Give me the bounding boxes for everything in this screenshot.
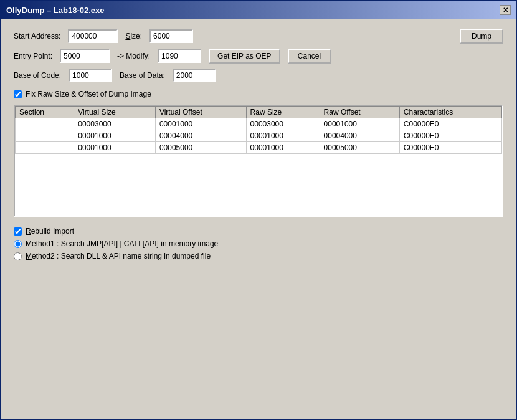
modify-arrow: -> Modify: xyxy=(117,52,150,60)
fix-raw-checkbox[interactable] xyxy=(14,90,22,98)
col-virtual-size: Virtual Size xyxy=(74,107,156,118)
size-input[interactable] xyxy=(149,29,193,43)
table-row: 00001000000040000000100000004000C00000E0 xyxy=(16,130,502,142)
base-data-label: Base of Data: xyxy=(120,71,165,80)
row-base-code: Base of Code: Base of Data: xyxy=(14,69,503,82)
get-eip-button[interactable]: Get EIP as OEP xyxy=(209,49,280,64)
close-button[interactable]: ✕ xyxy=(500,5,511,15)
method1-radio[interactable] xyxy=(14,240,22,248)
col-section: Section xyxy=(16,107,74,118)
start-address-label: Start Address: xyxy=(14,32,60,41)
base-code-input[interactable] xyxy=(69,69,112,82)
dump-button[interactable]: Dump xyxy=(460,29,503,44)
method2-row: Method2 : Search DLL & API name string i… xyxy=(14,252,503,260)
main-content: Start Address: Size: Dump Entry Point: -… xyxy=(1,19,516,419)
method1-label[interactable]: Method1 : Search JMP[API] | CALL[API] in… xyxy=(26,239,218,248)
size-label: Size: xyxy=(125,32,142,41)
fix-raw-label[interactable]: Fix Raw Size & Offset of Dump Image xyxy=(26,90,151,98)
col-characteristics: Charactaristics xyxy=(399,107,501,118)
rebuild-label[interactable]: Rebuild Import xyxy=(26,227,74,236)
start-address-input[interactable] xyxy=(68,29,118,43)
method2-label[interactable]: Method2 : Search DLL & API name string i… xyxy=(26,252,211,260)
fix-raw-row: Fix Raw Size & Offset of Dump Image xyxy=(14,90,503,98)
table-row: 00001000000050000000100000005000C00000E0 xyxy=(16,142,502,154)
title-text: OllyDump – Lab18-02.exe xyxy=(6,6,105,15)
titlebar: OllyDump – Lab18-02.exe ✕ xyxy=(1,1,516,19)
col-raw-offset: Raw Offset xyxy=(320,107,399,118)
rebuild-checkbox[interactable] xyxy=(14,227,22,236)
sections-table-container: Section Virtual Size Virtual Offset Raw … xyxy=(14,105,503,217)
entry-point-input[interactable] xyxy=(60,49,110,63)
main-window: OllyDump – Lab18-02.exe ✕ Start Address:… xyxy=(0,0,517,420)
rebuild-section: Rebuild Import Method1 : Search JMP[API]… xyxy=(14,224,503,260)
row-entry-point: Entry Point: -> Modify: Get EIP as OEP C… xyxy=(14,49,503,64)
modify-input[interactable] xyxy=(158,49,201,63)
base-code-label: Base of Code: xyxy=(14,71,61,80)
base-data-input[interactable] xyxy=(173,69,216,82)
method2-radio[interactable] xyxy=(14,252,22,260)
method1-row: Method1 : Search JMP[API] | CALL[API] in… xyxy=(14,239,503,248)
row-start-address: Start Address: Size: Dump xyxy=(14,29,503,44)
col-virtual-offset: Virtual Offset xyxy=(155,107,246,118)
sections-table: Section Virtual Size Virtual Offset Raw … xyxy=(15,106,502,154)
cancel-button[interactable]: Cancel xyxy=(288,49,331,64)
entry-point-label: Entry Point: xyxy=(14,52,52,60)
rebuild-import-row: Rebuild Import xyxy=(14,227,503,236)
col-raw-size: Raw Size xyxy=(246,107,320,118)
table-row: 00003000000010000000300000001000C00000E0 xyxy=(16,118,502,130)
